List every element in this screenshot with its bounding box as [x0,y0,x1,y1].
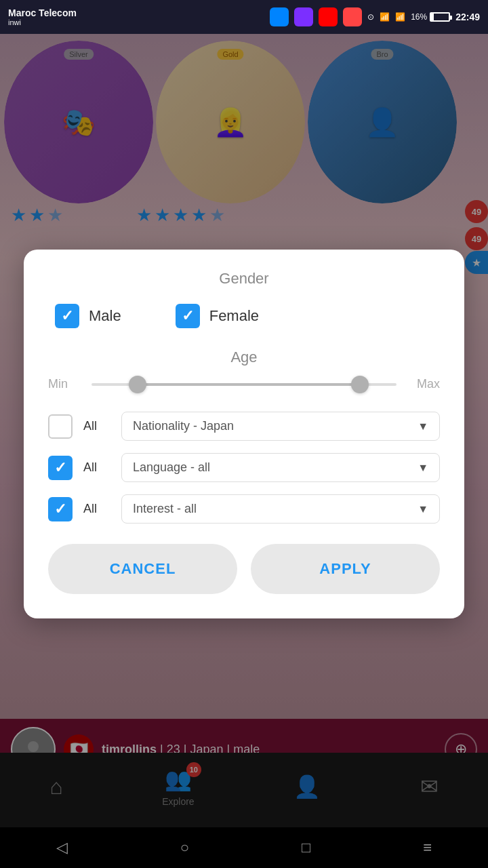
signal-icon-2: 📶 [395,12,405,22]
interest-arrow-icon: ▼ [418,503,428,515]
nationality-all-label: All [83,419,110,433]
slider-fill [138,383,367,386]
female-option[interactable]: ✓ Female [176,304,259,328]
messages-app-icon [270,7,289,26]
interest-checkbox[interactable]: ✓ [48,497,73,521]
interest-value: Interest - all [133,502,197,516]
carrier-sub: inwi [8,18,77,26]
check-icon-2: ✓ [182,309,194,323]
nationality-dropdown[interactable]: Nationality - Japan ▼ [121,412,440,441]
app-icon-2 [294,7,313,26]
language-all-label: All [83,460,110,475]
interest-all-label: All [83,502,110,516]
male-checkbox[interactable]: ✓ [55,304,79,328]
male-option[interactable]: ✓ Male [55,304,121,328]
interest-filter-row: ✓ All Interest - all ▼ [48,494,440,524]
battery-indicator: 16% [411,12,450,22]
male-label: Male [89,307,121,325]
language-value: Language - all [133,460,210,475]
carrier-info: Maroc Telecom inwi [8,7,77,26]
interest-dropdown[interactable]: Interest - all ▼ [121,494,440,524]
check-icon-3: ✓ [54,460,66,475]
battery-percent: 16% [411,12,427,22]
language-arrow-icon: ▼ [418,462,428,474]
slider-thumb-max[interactable] [351,376,369,393]
status-icons: ⊙ 📶 📶 16% 22:49 [270,7,480,26]
female-checkbox[interactable]: ✓ [176,304,200,328]
battery-fill [431,14,434,20]
modal-title: Gender [48,270,440,288]
age-min-label: Min [48,377,82,391]
language-filter-row: ✓ All Language - all ▼ [48,453,440,482]
modal-overlay: Gender ✓ Male ✓ Female Age Min [0,0,488,868]
check-icon: ✓ [61,309,73,323]
female-label: Female [209,307,259,325]
status-bar: Maroc Telecom inwi ⊙ 📶 📶 16% 22:49 [0,0,488,34]
battery-bar [430,12,450,22]
carrier-name: Maroc Telecom [8,7,77,18]
nationality-checkbox[interactable] [48,414,73,439]
modal-buttons: CANCEL APPLY [48,544,440,594]
language-checkbox[interactable]: ✓ [48,456,73,480]
language-dropdown[interactable]: Language - all ▼ [121,453,440,482]
age-max-label: Max [406,377,440,391]
nationality-arrow-icon: ▼ [418,420,428,433]
clock-icon: ⊙ [367,12,374,22]
nationality-value: Nationality - Japan [133,419,234,433]
gender-row: ✓ Male ✓ Female [48,304,440,328]
youtube-icon [319,7,338,26]
age-slider-row: Min Max [48,377,440,391]
nationality-filter-row: All Nationality - Japan ▼ [48,412,440,441]
clock-time: 22:49 [455,12,480,22]
signal-icon: 📶 [380,12,390,22]
age-section-title: Age [48,349,440,366]
slider-thumb-min[interactable] [129,376,146,393]
age-slider-track[interactable] [92,383,396,386]
apply-button[interactable]: APPLY [251,544,440,594]
app-icon-4 [343,7,362,26]
filter-modal: Gender ✓ Male ✓ Female Age Min [24,250,464,618]
check-icon-4: ✓ [54,502,66,517]
cancel-button[interactable]: CANCEL [48,544,237,594]
